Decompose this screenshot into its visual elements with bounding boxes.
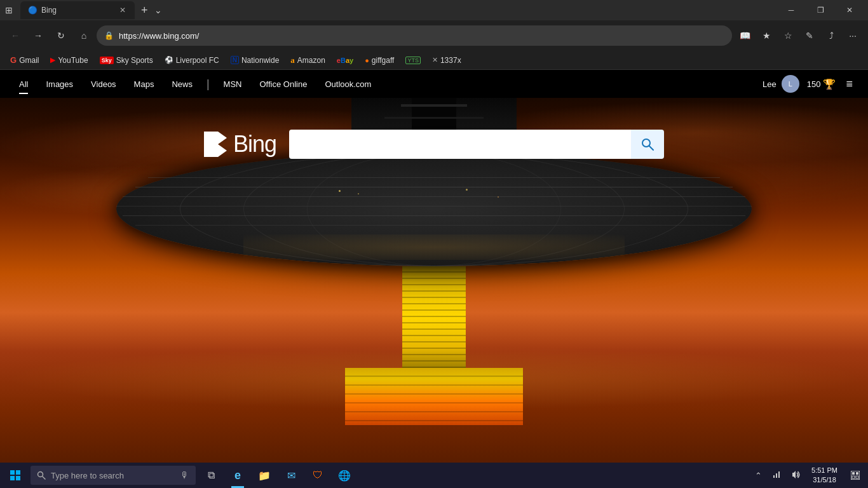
support-pillar [402,266,466,368]
task-view-icon: ⧉ [208,470,215,481]
ebay-icon: eBay [337,57,353,64]
share-button[interactable]: ⤴ [821,25,841,46]
svg-rect-6 [16,476,20,480]
volume-icon[interactable] [787,468,804,484]
bing-nav-right: Lee L 150 🏆 ≡ [763,75,855,93]
reading-list-button[interactable]: ✎ [799,25,820,46]
network-svg-icon [772,470,781,479]
liverpool-icon: ⚽ [165,56,173,64]
active-tab[interactable]: 🔵 Bing ✕ [20,1,135,19]
window-controls-left: ⊞ [5,5,13,15]
task-view-button[interactable]: ⧉ [198,463,224,488]
app-icon: ⊞ [5,5,13,15]
bookmark-1337x[interactable]: ✕ 1337x [427,54,466,67]
svg-line-8 [43,477,45,479]
mail-icon: ✉ [287,470,295,482]
nav-msn[interactable]: MSN [217,74,248,94]
new-tab-button[interactable]: + [137,3,152,18]
base-platform [345,368,523,425]
clock-time: 5:51 PM [811,466,837,475]
svg-point-7 [38,472,43,477]
hamburger-menu[interactable]: ≡ [843,75,855,93]
search-button[interactable] [631,130,664,159]
avast-icon: 🛡 [313,470,323,481]
minimize-button[interactable]: ─ [778,1,804,19]
bookmark-youtube-label: YouTube [58,56,88,65]
svg-rect-10 [776,473,777,478]
bookmark-nationwide[interactable]: N Nationwide [226,54,285,67]
nav-maps[interactable]: Maps [128,74,161,94]
taskbar-search[interactable]: Type here to search 🎙 [31,466,196,485]
file-explorer-icon: 📁 [258,470,271,482]
user-avatar[interactable]: L [782,75,799,93]
1337x-icon: ✕ [432,56,438,64]
bookmark-skysports[interactable]: Sky Sky Sports [95,54,158,67]
bookmark-skysports-label: Sky Sports [116,56,153,65]
window-controls-right: ─ ❐ ✕ [778,1,863,19]
network-icon[interactable] [768,468,785,484]
reader-view-button[interactable]: 📖 [735,25,755,46]
notification-center-button[interactable] [845,463,865,488]
gmail-icon: G [10,55,17,65]
tab-title: Bing [41,6,114,15]
nav-videos[interactable]: Videos [85,74,123,94]
more-button[interactable]: ··· [843,25,863,46]
nav-outlook[interactable]: Outlook.com [318,74,377,94]
search-input[interactable] [289,130,631,159]
start-button[interactable] [0,463,31,488]
navigation-bar: ← → ↻ ⌂ 🔒 https://www.bing.com/ 📖 ★ ☆ ✎ … [0,20,868,51]
svg-rect-16 [852,476,855,478]
search-icon [641,138,654,151]
taskbar-mail[interactable]: ✉ [278,463,304,488]
address-bar[interactable]: 🔒 https://www.bing.com/ [97,25,732,46]
forward-button[interactable]: → [28,25,48,46]
edge-icon: e [234,469,241,482]
taskbar-mic-icon[interactable]: 🎙 [180,470,189,480]
user-profile[interactable]: Lee L [763,75,799,93]
nav-all[interactable]: All [13,74,34,94]
nationwide-icon: N [231,56,239,64]
show-hidden-icons[interactable]: ⌃ [751,468,766,483]
nav-news[interactable]: News [165,74,199,94]
svg-marker-12 [792,471,796,478]
back-button[interactable]: ← [5,25,25,46]
bookmark-gmail[interactable]: G Gmail [5,53,44,67]
taskbar-search-text: Type here to search [51,471,175,480]
rewards-badge[interactable]: 150 🏆 [807,78,836,90]
avatar-initials: L [789,80,792,88]
tab-favicon: 🔵 [28,6,37,15]
title-bar: ⊞ 🔵 Bing ✕ + ⌄ ─ ❐ ✕ [0,0,868,20]
rewards-count: 150 [807,79,821,89]
nav-images[interactable]: Images [39,74,79,94]
taskbar-avast[interactable]: 🛡 [305,463,330,488]
security-icon: 🔒 [104,31,114,40]
favorites-bar-button[interactable]: ☆ [778,25,798,46]
favorites-button[interactable]: ★ [756,25,776,46]
tab-list-button[interactable]: ⌄ [152,4,165,17]
taskbar-file-explorer[interactable]: 📁 [252,463,277,488]
url-text: https://www.bing.com/ [119,31,724,41]
search-box-container [289,130,664,159]
taskbar-browser2[interactable]: 🌐 [332,463,357,488]
nav-office[interactable]: Office Online [254,74,314,94]
bookmark-ebay[interactable]: eBay [332,55,358,66]
amazon-icon: a [290,55,295,65]
bookmark-liverpool[interactable]: ⚽ Liverpool FC [159,54,224,67]
bookmark-nationwide-label: Nationwide [241,56,279,65]
tab-bar: 🔵 Bing ✕ + ⌄ [20,1,770,19]
nav-tools: 📖 ★ ☆ ✎ ⤴ ··· [735,25,863,46]
yts-icon: YTS [405,57,421,64]
home-button[interactable]: ⌂ [74,25,94,46]
bookmark-youtube[interactable]: ▶ YouTube [45,54,93,67]
maximize-button[interactable]: ❐ [807,1,834,19]
taskbar-edge[interactable]: e [225,463,250,488]
close-button[interactable]: ✕ [836,1,863,19]
bookmark-amazon[interactable]: a Amazon [285,53,330,67]
bookmark-yts[interactable]: YTS [400,55,426,66]
refresh-button[interactable]: ↻ [51,25,71,46]
tab-close-button[interactable]: ✕ [118,4,127,16]
bookmark-giffgaff-label: giffgaff [372,56,395,65]
bookmark-giffgaff[interactable]: ● giffgaff [360,54,399,67]
system-clock[interactable]: 5:51 PM 31/5/18 [806,464,843,487]
svg-point-1 [642,139,650,147]
